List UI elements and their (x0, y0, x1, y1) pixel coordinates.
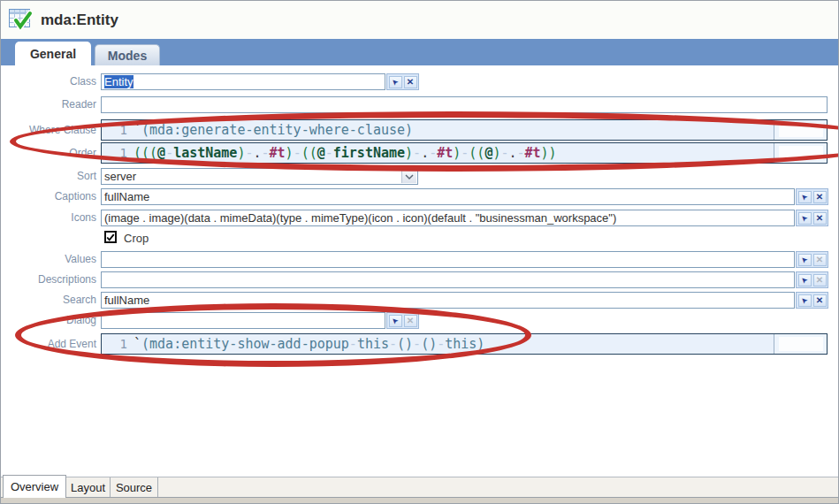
icons-value: (image . image)(data . mimeData)(type . … (104, 211, 616, 225)
sort-selected-value: server (104, 170, 136, 183)
search-label: Search (1, 294, 96, 306)
page-title: mda:Entity (41, 11, 118, 29)
search-input[interactable]: fullName (101, 292, 795, 309)
where-clause-editor[interactable]: 1`(mda:generate-entity-where-clause) (101, 119, 828, 141)
x-icon: ✕ (816, 193, 823, 202)
cursor-arrow-icon: ➤ (799, 192, 810, 202)
icons-input[interactable]: (image . image)(data . mimeData)(type . … (101, 210, 795, 226)
clear-button[interactable]: ✕ (404, 76, 417, 88)
chevron-down-icon (405, 173, 414, 180)
clear-button[interactable]: ✕ (813, 212, 827, 225)
descriptions-label: Descriptions (1, 273, 96, 286)
icons-label: Icons (1, 211, 96, 224)
line-number: 1 (102, 337, 133, 351)
picker-button[interactable]: ➤ (798, 191, 812, 203)
tab-layout[interactable]: Layout (66, 477, 111, 497)
entity-editor-window: mda:Entity General Modes Class Entity ➤ … (0, 0, 839, 504)
captions-input[interactable]: fullName (101, 188, 795, 205)
picker-button[interactable]: ➤ (798, 212, 812, 225)
clear-button[interactable]: ✕ (813, 294, 827, 307)
values-input[interactable] (101, 251, 795, 268)
status-strip (1, 498, 838, 504)
values-button-group: ➤ ✕ (796, 251, 828, 268)
cursor-arrow-icon: ➤ (799, 213, 810, 224)
reader-label: Reader (1, 98, 96, 111)
class-input[interactable]: Entity (101, 73, 385, 90)
clear-button-disabled: ✕ (813, 274, 827, 286)
descriptions-input[interactable] (101, 271, 795, 288)
x-icon-gray: ✕ (816, 276, 823, 285)
dialog-button-group: ➤ ✕ (386, 312, 419, 329)
where-clause-label: Where Clause (1, 124, 96, 136)
cursor-arrow-icon: ➤ (390, 77, 400, 88)
x-icon: ✕ (816, 296, 823, 305)
cursor-arrow-icon: ➤ (799, 295, 810, 306)
sort-label: Sort (1, 170, 96, 182)
icons-button-group: ➤ ✕ (796, 210, 828, 226)
picker-button[interactable]: ➤ (389, 315, 402, 327)
top-tab-strip: General Modes (1, 39, 838, 65)
reader-input[interactable] (101, 96, 828, 113)
where-clause-code: `(mda:generate-entity-where-clause) (133, 122, 413, 138)
clear-button[interactable]: ✕ (813, 191, 827, 203)
x-icon-gray: ✕ (816, 256, 823, 264)
line-number: 1 (102, 146, 133, 160)
order-code: (((@-lastName)-.-#t)-((@-firstName)-.-#t… (133, 145, 557, 161)
cursor-arrow-icon: ➤ (799, 275, 810, 286)
captions-value: fullName (104, 190, 149, 203)
picker-button[interactable]: ➤ (798, 254, 812, 266)
add-event-editor[interactable]: 1`(mda:entity-show-add-popup-this-()-()-… (101, 333, 828, 355)
cursor-arrow-icon: ➤ (390, 316, 400, 326)
captions-button-group: ➤ ✕ (796, 188, 828, 205)
class-button-group: ➤ ✕ (386, 73, 419, 90)
x-icon-gray: ✕ (407, 317, 414, 325)
bottom-tab-bar: Overview Layout Source (1, 477, 838, 498)
values-label: Values (1, 253, 96, 265)
add-event-code: `(mda:entity-show-add-popup-this-()-()-t… (133, 336, 484, 352)
descriptions-button-group: ➤ ✕ (796, 271, 828, 288)
clear-button-disabled: ✕ (404, 315, 417, 327)
captions-label: Captions (1, 190, 96, 202)
tab-modes[interactable]: Modes (95, 44, 160, 65)
editor-side-cell (774, 143, 827, 163)
line-number: 1 (102, 123, 133, 137)
class-label: Class (1, 75, 96, 88)
add-event-label: Add Event (1, 338, 96, 350)
x-icon: ✕ (407, 78, 414, 87)
editor-side-cell (774, 334, 827, 354)
clear-button-disabled: ✕ (813, 254, 827, 266)
x-icon: ✕ (816, 214, 823, 223)
search-value: fullName (104, 294, 149, 307)
sort-select[interactable]: server (101, 168, 418, 185)
crop-label: Crop (124, 232, 149, 245)
dialog-label: Dialog (1, 314, 96, 326)
selected-text: Entity (104, 75, 133, 88)
tab-general[interactable]: General (15, 42, 91, 65)
picker-button[interactable]: ➤ (798, 274, 812, 286)
cursor-arrow-icon: ➤ (799, 255, 810, 265)
tab-overview[interactable]: Overview (3, 475, 66, 498)
dialog-input[interactable] (101, 312, 385, 329)
picker-button[interactable]: ➤ (798, 294, 812, 307)
order-editor[interactable]: 1(((@-lastName)-.-#t)-((@-firstName)-.-#… (101, 142, 828, 164)
editor-side-cell (774, 120, 827, 140)
check-icon (106, 233, 115, 241)
tab-source[interactable]: Source (111, 477, 158, 497)
entity-table-icon (9, 9, 33, 31)
order-label: Order (1, 147, 96, 159)
title-bar: mda:Entity (1, 1, 838, 39)
picker-button[interactable]: ➤ (389, 76, 402, 88)
dropdown-button[interactable] (401, 170, 416, 183)
crop-checkbox[interactable] (104, 231, 117, 243)
search-button-group: ➤ ✕ (796, 292, 828, 309)
